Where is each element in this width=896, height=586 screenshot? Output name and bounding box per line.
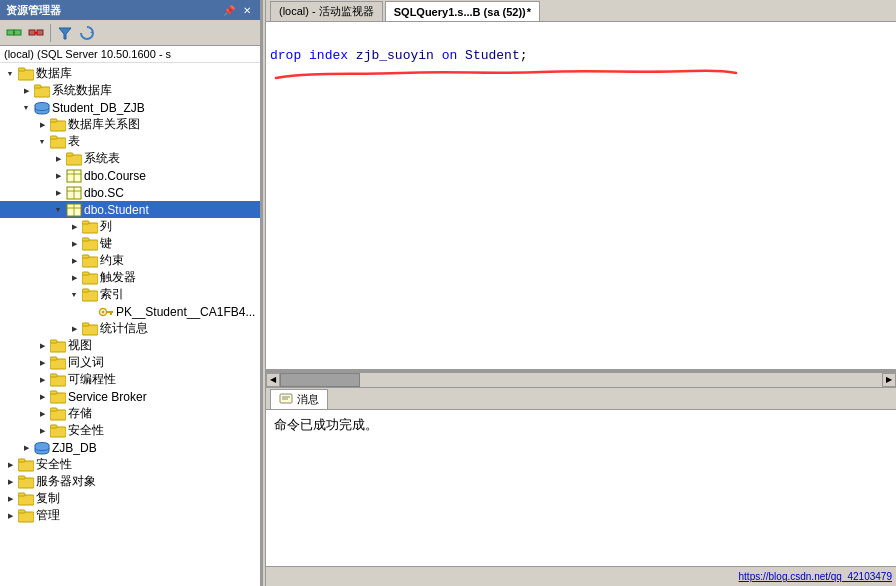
query-text[interactable]: drop index zjb_suoyin on Student; — [270, 26, 892, 65]
svg-rect-61 — [18, 476, 25, 479]
expand-icon[interactable] — [66, 219, 82, 235]
svg-rect-63 — [18, 493, 25, 496]
tab-activity-monitor[interactable]: (local) - 活动监视器 — [270, 1, 383, 21]
svg-rect-65 — [18, 510, 25, 513]
expand-icon[interactable] — [34, 355, 50, 371]
disconnect-button[interactable] — [26, 23, 46, 43]
expand-icon[interactable] — [34, 134, 50, 150]
tree-item-tables[interactable]: 表 — [0, 133, 260, 150]
tree-item-zjb-db[interactable]: ZJB_DB — [0, 439, 260, 456]
expand-icon[interactable] — [34, 117, 50, 133]
panel-title-icons: 📌 ✕ — [222, 3, 254, 17]
tree-item-indexes[interactable]: 索引 — [0, 286, 260, 303]
programmability-label: 可编程性 — [68, 371, 116, 388]
expand-icon[interactable] — [2, 508, 18, 524]
expand-icon[interactable] — [50, 151, 66, 167]
expand-icon[interactable] — [50, 185, 66, 201]
tree-item-keys[interactable]: 键 — [0, 235, 260, 252]
status-bar: https://blog.csdn.net/qq_42103479 — [266, 566, 896, 586]
tab-query-label: SQLQuery1.s...B (sa (52)) — [394, 6, 526, 18]
expand-icon[interactable] — [2, 474, 18, 490]
tree-item-columns[interactable]: 列 — [0, 218, 260, 235]
svg-rect-52 — [50, 391, 57, 394]
expand-icon[interactable] — [2, 457, 18, 473]
query-editor[interactable]: drop index zjb_suoyin on Student; — [266, 22, 896, 372]
expand-icon[interactable] — [34, 423, 50, 439]
tree-item-student-db[interactable]: Student_DB_ZJB — [0, 99, 260, 116]
svg-rect-66 — [280, 394, 292, 403]
database-icon — [34, 440, 50, 456]
scroll-left-arrow[interactable]: ◀ — [266, 373, 280, 387]
tree-item-db-diagram[interactable]: 数据库关系图 — [0, 116, 260, 133]
expand-icon[interactable] — [66, 321, 82, 337]
expand-icon[interactable] — [2, 491, 18, 507]
expand-icon[interactable] — [66, 270, 82, 286]
expand-icon[interactable] — [50, 202, 66, 218]
tree-item-management[interactable]: 管理 — [0, 507, 260, 524]
tree-item-databases[interactable]: 数据库 — [0, 65, 260, 82]
tree-item-system-databases[interactable]: 系统数据库 — [0, 82, 260, 99]
expand-icon[interactable] — [18, 440, 34, 456]
expand-databases-icon[interactable] — [2, 66, 18, 82]
tree-item-storage[interactable]: 存储 — [0, 405, 260, 422]
pin-icon[interactable]: 📌 — [222, 3, 236, 17]
tree-item-dbo-student[interactable]: dbo.Student — [0, 201, 260, 218]
stats-label: 统计信息 — [100, 320, 148, 337]
tab-modified-indicator: * — [527, 6, 531, 18]
tree-item-constraints[interactable]: 约束 — [0, 252, 260, 269]
panel-title: 资源管理器 — [6, 3, 61, 18]
expand-icon[interactable] — [18, 83, 34, 99]
expand-icon[interactable] — [66, 287, 82, 303]
tree-item-dbo-sc[interactable]: dbo.SC — [0, 184, 260, 201]
tree-item-synonyms[interactable]: 同义词 — [0, 354, 260, 371]
svg-rect-30 — [82, 221, 89, 224]
tree-item-stats[interactable]: 统计信息 — [0, 320, 260, 337]
tree-item-programmability[interactable]: 可编程性 — [0, 371, 260, 388]
server-objects-label: 服务器对象 — [36, 473, 96, 490]
tree-item-security-root[interactable]: 安全性 — [0, 456, 260, 473]
scroll-thumb[interactable] — [280, 373, 360, 387]
svg-rect-54 — [50, 408, 57, 411]
svg-rect-48 — [50, 357, 57, 360]
panel-titlebar: 资源管理器 📌 ✕ — [0, 0, 260, 20]
horizontal-scrollbar[interactable]: ◀ ▶ — [266, 372, 896, 386]
connect-button[interactable] — [4, 23, 24, 43]
tree-item-security-db[interactable]: 安全性 — [0, 422, 260, 439]
scroll-track[interactable] — [280, 373, 882, 387]
tree-item-triggers[interactable]: 触发器 — [0, 269, 260, 286]
folder-icon — [82, 253, 98, 269]
expand-icon[interactable] — [66, 253, 82, 269]
refresh-button[interactable] — [77, 23, 97, 43]
tab-query[interactable]: SQLQuery1.s...B (sa (52)) * — [385, 1, 540, 21]
expand-icon[interactable] — [66, 236, 82, 252]
tree-item-sys-tables[interactable]: 系统表 — [0, 150, 260, 167]
expand-icon[interactable] — [34, 389, 50, 405]
expand-icon[interactable] — [50, 168, 66, 184]
folder-icon — [50, 423, 66, 439]
tree-item-pk-index[interactable]: PK__Student__CA1FB4... — [0, 303, 260, 320]
folder-icon — [82, 287, 98, 303]
tree-item-service-broker[interactable]: Service Broker — [0, 388, 260, 405]
server-info: (local) (SQL Server 10.50.1600 - s — [0, 46, 260, 63]
folder-icon — [82, 236, 98, 252]
scroll-right-arrow[interactable]: ▶ — [882, 373, 896, 387]
expand-icon[interactable] — [34, 372, 50, 388]
svg-rect-15 — [50, 119, 57, 122]
close-panel-icon[interactable]: ✕ — [240, 3, 254, 17]
expand-icon[interactable] — [34, 338, 50, 354]
folder-icon — [18, 66, 34, 82]
sys-tables-label: 系统表 — [84, 150, 120, 167]
folder-icon — [50, 372, 66, 388]
tree-item-views[interactable]: 视图 — [0, 337, 260, 354]
expand-icon[interactable] — [34, 406, 50, 422]
svg-rect-38 — [82, 289, 89, 292]
expand-icon[interactable] — [18, 100, 34, 116]
folder-icon — [82, 321, 98, 337]
folder-icon — [50, 406, 66, 422]
filter-button[interactable] — [55, 23, 75, 43]
tab-messages[interactable]: 消息 — [270, 389, 328, 409]
tree-item-server-objects[interactable]: 服务器对象 — [0, 473, 260, 490]
tree-item-dbo-course[interactable]: dbo.Course — [0, 167, 260, 184]
table-icon — [66, 168, 82, 184]
tree-item-replication[interactable]: 复制 — [0, 490, 260, 507]
